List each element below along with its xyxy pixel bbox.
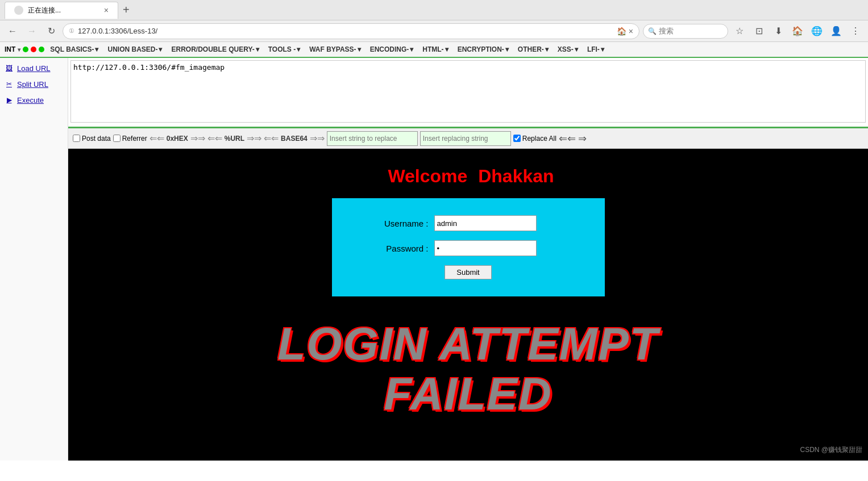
- main-area: 🖼 Load URL ✂ Split URL ▶ Execute http://…: [0, 58, 868, 461]
- username-input[interactable]: [434, 215, 537, 231]
- hex-encode-arrow: ⇒⇒: [190, 133, 205, 144]
- login-box: Username : Password : Submit: [332, 198, 605, 296]
- url-textarea-wrapper: http://127.0.0.1:3306/#fm_imagemap: [68, 58, 868, 128]
- new-tab-button[interactable]: +: [118, 3, 134, 16]
- sidebar-item-split-url[interactable]: ✂ Split URL: [0, 76, 68, 92]
- address-protocol-icon: ①: [69, 27, 74, 35]
- base64-decode-arrow: ⇐⇐: [264, 133, 279, 144]
- menu-icon[interactable]: ⋮: [848, 23, 863, 39]
- union-based-menu[interactable]: UNION BASED-: [104, 44, 165, 55]
- replace-next-button[interactable]: ⇒: [578, 131, 587, 146]
- browser-titlebar: 正在连接... × +: [0, 0, 868, 20]
- hex-decode-button[interactable]: ⇐⇐: [149, 133, 164, 144]
- welcome-static: Welcome: [388, 166, 467, 186]
- failed-line2: FAILED: [277, 369, 658, 419]
- load-url-label: Load URL: [17, 64, 51, 73]
- base64-encode-arrow: ⇒⇒: [310, 133, 325, 144]
- url-encode-arrow: ⇒⇒: [247, 133, 261, 144]
- replace-all-checkbox[interactable]: [513, 135, 521, 142]
- download-icon[interactable]: ⬇: [770, 23, 786, 39]
- sidebar-item-execute[interactable]: ▶ Execute: [0, 92, 68, 108]
- sidebar-item-load-url[interactable]: 🖼 Load URL: [0, 60, 68, 76]
- tab-close-button[interactable]: ×: [104, 6, 109, 15]
- hex-encode-button[interactable]: ⇒⇒: [190, 133, 205, 144]
- hex-label: 0xHEX: [167, 135, 188, 143]
- failed-line1: LOGIN ATTEMPT: [277, 319, 658, 369]
- extension-icon[interactable]: 🌐: [809, 23, 825, 39]
- password-row: Password :: [360, 240, 576, 256]
- home-icon[interactable]: 🏠: [790, 23, 805, 39]
- url-textarea[interactable]: http://127.0.0.1:3306/#fm_imagemap: [70, 60, 866, 123]
- other-menu[interactable]: OTHER-: [514, 44, 552, 55]
- split-url-label: Split URL: [17, 80, 48, 89]
- int-chevron: ▾: [18, 47, 20, 53]
- replace-all-checkbox-label[interactable]: Replace All: [513, 135, 556, 143]
- execute-icon: ▶: [5, 95, 14, 104]
- account-icon[interactable]: 👤: [828, 23, 844, 39]
- bookmark-icon[interactable]: ☆: [732, 23, 747, 39]
- split-url-icon: ✂: [5, 80, 14, 89]
- execute-label: Execute: [17, 96, 44, 104]
- password-label: Password :: [360, 244, 429, 253]
- address-url: 127.0.0.1:3306/Less-13/: [78, 27, 613, 35]
- referrer-checkbox-label[interactable]: Referrer: [113, 135, 147, 143]
- insert-replace-input[interactable]: [327, 131, 418, 146]
- url-decode-arrow: ⇐⇐: [207, 133, 222, 144]
- encryption-menu[interactable]: ENCRYPTION-: [454, 44, 512, 55]
- xss-menu[interactable]: XSS-: [554, 44, 582, 55]
- base64-encode-button[interactable]: ⇒⇒: [310, 133, 325, 144]
- content-area: http://127.0.0.1:3306/#fm_imagemap Post …: [68, 58, 868, 461]
- referrer-checkbox[interactable]: [113, 135, 121, 142]
- dot-red: [31, 47, 36, 52]
- username-label: Username :: [360, 219, 429, 228]
- watermark: CSDN @赚钱聚甜甜: [800, 445, 862, 455]
- screenshot-icon[interactable]: ⊡: [751, 23, 767, 39]
- welcome-message: Welcome Dhakkan: [382, 166, 554, 187]
- post-data-checkbox-label[interactable]: Post data: [73, 135, 111, 143]
- username-row: Username :: [360, 215, 576, 231]
- refresh-button[interactable]: ↻: [43, 23, 59, 39]
- back-button[interactable]: ←: [5, 23, 20, 39]
- webpage-content: Welcome Dhakkan Username : Password : Su…: [68, 149, 868, 461]
- url-label: %URL: [225, 135, 244, 143]
- lfi-menu[interactable]: LFI-: [584, 44, 608, 55]
- forward-button[interactable]: →: [24, 23, 40, 39]
- submit-button[interactable]: Submit: [445, 265, 491, 279]
- search-input[interactable]: [659, 27, 704, 35]
- bottom-toolbar: Post data Referrer ⇐⇐ 0xHEX ⇒⇒ ⇐⇐ %URL ⇒…: [68, 128, 868, 149]
- address-box: ① 127.0.0.1:3306/Less-13/ 🏠 ×: [63, 23, 639, 39]
- post-data-label: Post data: [82, 135, 111, 143]
- tab-title: 正在连接...: [28, 6, 61, 15]
- replace-prev-button[interactable]: ⇐⇐: [559, 131, 576, 146]
- error-double-menu[interactable]: ERROR/DOUBLE QUERY-: [168, 44, 262, 55]
- hex-decode-arrow: ⇐⇐: [149, 133, 164, 144]
- side-panel: 🖼 Load URL ✂ Split URL ▶ Execute: [0, 58, 68, 461]
- encoding-menu[interactable]: ENCODING-: [367, 44, 417, 55]
- referrer-label: Referrer: [122, 135, 147, 143]
- int-selector[interactable]: INT ▾: [5, 45, 44, 53]
- tab-favicon: [14, 6, 23, 15]
- dot-green2: [39, 47, 44, 52]
- url-encode-button[interactable]: ⇒⇒: [247, 133, 261, 144]
- password-input[interactable]: [434, 240, 537, 256]
- browser-tab[interactable]: 正在连接... ×: [5, 2, 118, 19]
- url-decode-button[interactable]: ⇐⇐: [207, 133, 222, 144]
- address-actions: 🏠 ×: [617, 27, 633, 36]
- search-icon: 🔍: [648, 27, 657, 35]
- int-label: INT: [5, 45, 15, 53]
- address-home-icon[interactable]: 🏠: [617, 27, 626, 36]
- tools-menu[interactable]: TOOLS -: [265, 44, 304, 55]
- address-clear-button[interactable]: ×: [629, 27, 633, 36]
- browser-addressbar: ← → ↻ ① 127.0.0.1:3306/Less-13/ 🏠 × 🔍 ☆ …: [0, 20, 868, 42]
- waf-bypass-menu[interactable]: WAF BYPASS-: [306, 44, 364, 55]
- post-data-checkbox[interactable]: [73, 135, 80, 142]
- html-menu[interactable]: HTML-: [419, 44, 451, 55]
- extension-toolbar: INT ▾ SQL BASICS- UNION BASED- ERROR/DOU…: [0, 42, 868, 58]
- search-box[interactable]: 🔍: [643, 24, 728, 39]
- insert-replacing-input[interactable]: [420, 131, 511, 146]
- load-url-icon: 🖼: [5, 64, 14, 73]
- base64-decode-button[interactable]: ⇐⇐: [264, 133, 279, 144]
- sql-basics-menu[interactable]: SQL BASICS-: [47, 44, 102, 55]
- welcome-name: Dhakkan: [478, 166, 554, 186]
- login-failed-message: LOGIN ATTEMPT FAILED: [277, 319, 658, 419]
